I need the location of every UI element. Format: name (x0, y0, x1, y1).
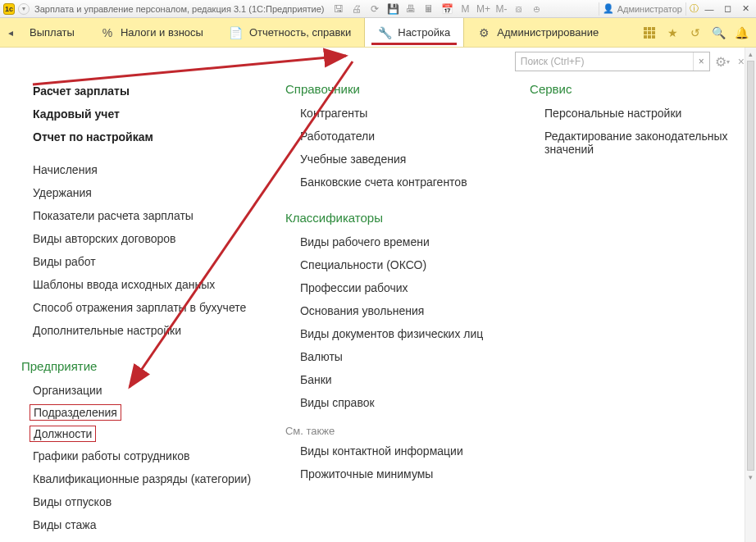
section-toolbar: ◂ Выплаты % Налоги и взносы 📄 Отчетность… (0, 18, 756, 48)
tab-label: Администрирование (497, 26, 599, 39)
link-item[interactable]: Прожиточные минимумы (285, 465, 503, 483)
link-item[interactable]: Способ отражения зарплаты в бухучете (33, 298, 259, 317)
tab-label: Отчетность, справки (249, 26, 351, 39)
scroll-up-icon[interactable]: ▴ (745, 48, 756, 61)
maximize-button[interactable]: ◻ (720, 2, 735, 16)
search-icon[interactable]: 🔍 (712, 26, 725, 39)
apps-grid-icon[interactable] (643, 26, 656, 39)
link-payroll[interactable]: Расчет зарплаты (33, 82, 259, 100)
back-icon[interactable]: ⦻ (512, 2, 526, 16)
disk-icon[interactable]: 💾 (386, 2, 399, 16)
save-icon[interactable]: 🖫 (332, 2, 345, 16)
gear-icon: ⚙ (477, 26, 490, 39)
scroll-thumb[interactable] (747, 61, 754, 471)
tab-label: Выплаты (30, 26, 75, 39)
link-item[interactable]: Контрагенты (285, 104, 503, 122)
link-item[interactable]: Виды авторских договоров (33, 230, 259, 248)
link-item[interactable]: Валюты (285, 348, 503, 366)
link-subdivisions[interactable]: Подразделения (30, 404, 121, 421)
tab-settings[interactable]: 🔧 Настройка (364, 18, 464, 47)
vertical-scrollbar[interactable]: ▴ ▾ (745, 48, 756, 542)
user-badge[interactable]: 👤 Администратор (599, 2, 686, 16)
column-right: Сервис Персональные настройки Редактиров… (530, 82, 756, 534)
titlebar-quickaccess: 🖫 🖨 ⟳ 💾 🖶 🖩 📅 M M+ M- ⦻ ⦺ (332, 2, 544, 16)
forward-icon[interactable]: ⦺ (531, 2, 544, 16)
print2-icon[interactable]: 🖶 (404, 2, 417, 16)
refresh-icon[interactable]: ⟳ (368, 2, 381, 16)
memory-m[interactable]: M (458, 2, 471, 16)
link-item[interactable]: Персональные настройки (530, 104, 756, 122)
section-enterprise: Предприятие (21, 359, 259, 373)
help-icon[interactable]: ⓘ (690, 2, 699, 15)
link-item[interactable]: Редактирование законодательных значений (530, 127, 756, 158)
link-item[interactable]: Показатели расчета зарплаты (33, 207, 259, 225)
content-area: Расчет зарплаты Кадровый учет Отчет по н… (0, 75, 756, 534)
link-item[interactable]: Профессии рабочих (285, 279, 503, 297)
link-item[interactable]: Виды справок (285, 394, 503, 412)
page-subbar: × ⚙▾ × (0, 48, 756, 75)
history-icon[interactable]: ↺ (689, 26, 702, 39)
wrench-icon: 🔧 (378, 26, 391, 39)
tab-label: Настройка (398, 26, 450, 39)
scroll-down-icon[interactable]: ▾ (745, 471, 756, 484)
link-item[interactable]: Начисления (33, 161, 259, 179)
toolbar-right: ★ ↺ 🔍 🔔 (643, 18, 756, 47)
calendar-icon[interactable]: 📅 (440, 2, 453, 16)
section-service: Сервис (530, 82, 756, 96)
nav-left-arrow-icon[interactable]: ◂ (5, 18, 16, 47)
calc-icon[interactable]: 🖩 (422, 2, 435, 16)
link-item[interactable]: Учебные заведения (285, 150, 503, 168)
column-middle: Справочники Контрагенты Работодатели Уче… (285, 82, 503, 534)
link-item[interactable]: Графики работы сотрудников (33, 447, 259, 465)
search-clear-button[interactable]: × (693, 52, 709, 71)
user-name: Администратор (617, 4, 682, 14)
see-also-label: См. также (285, 425, 503, 437)
link-item[interactable]: Дополнительные настройки (33, 321, 259, 339)
close-button[interactable]: ✕ (738, 2, 753, 16)
app-logo-icon: 1c (3, 3, 15, 15)
link-item[interactable]: Удержания (33, 184, 259, 202)
link-settings-report[interactable]: Отчет по настройкам (33, 128, 259, 146)
section-directories: Справочники (285, 82, 503, 96)
search-box: × (515, 52, 710, 71)
tab-taxes[interactable]: % Налоги и взносы (88, 18, 216, 47)
link-item[interactable]: Квалификационные разряды (категории) (33, 470, 259, 488)
tab-payments[interactable]: Выплаты (16, 18, 88, 47)
link-item[interactable]: Организации (33, 381, 259, 399)
link-item[interactable]: Работодатели (285, 127, 503, 145)
link-item[interactable]: Виды рабочего времени (285, 233, 503, 251)
window-title: Зарплата и управление персоналом, редакц… (34, 4, 324, 14)
tab-label: Налоги и взносы (121, 26, 203, 39)
link-item[interactable]: Шаблоны ввода исходных данных (33, 276, 259, 294)
search-input[interactable] (516, 56, 693, 67)
link-item[interactable]: Виды отпусков (33, 493, 259, 511)
memory-mminus[interactable]: M- (494, 2, 508, 16)
memory-mplus[interactable]: M+ (476, 2, 490, 16)
link-item[interactable]: Основания увольнения (285, 302, 503, 320)
link-item[interactable]: Специальности (ОКСО) (285, 256, 503, 274)
star-icon[interactable]: ★ (666, 26, 679, 39)
user-icon: 👤 (603, 3, 614, 14)
app-menu-dropdown-icon[interactable]: ▾ (18, 3, 30, 15)
link-item[interactable]: Банки (285, 371, 503, 389)
link-item[interactable]: Виды документов физических лиц (285, 325, 503, 343)
link-item[interactable]: Виды стажа (33, 516, 259, 534)
settings-gear-icon[interactable]: ⚙▾ (715, 54, 730, 69)
bell-icon[interactable]: 🔔 (735, 26, 748, 39)
percent-icon: % (101, 26, 114, 39)
minimize-button[interactable]: — (702, 2, 717, 16)
tab-admin[interactable]: ⚙ Администрирование (464, 18, 612, 47)
titlebar: 1c ▾ Зарплата и управление персоналом, р… (0, 0, 756, 18)
link-hr[interactable]: Кадровый учет (33, 105, 259, 123)
link-positions[interactable]: Должности (30, 426, 96, 442)
link-item[interactable]: Виды контактной информации (285, 442, 503, 460)
print-icon[interactable]: 🖨 (350, 2, 363, 16)
column-left: Расчет зарплаты Кадровый учет Отчет по н… (33, 82, 259, 534)
link-item[interactable]: Виды работ (33, 253, 259, 271)
section-classifiers: Классификаторы (285, 211, 503, 225)
tab-reports[interactable]: 📄 Отчетность, справки (216, 18, 364, 47)
link-item[interactable]: Банковские счета контрагентов (285, 173, 503, 191)
document-icon: 📄 (230, 26, 243, 39)
